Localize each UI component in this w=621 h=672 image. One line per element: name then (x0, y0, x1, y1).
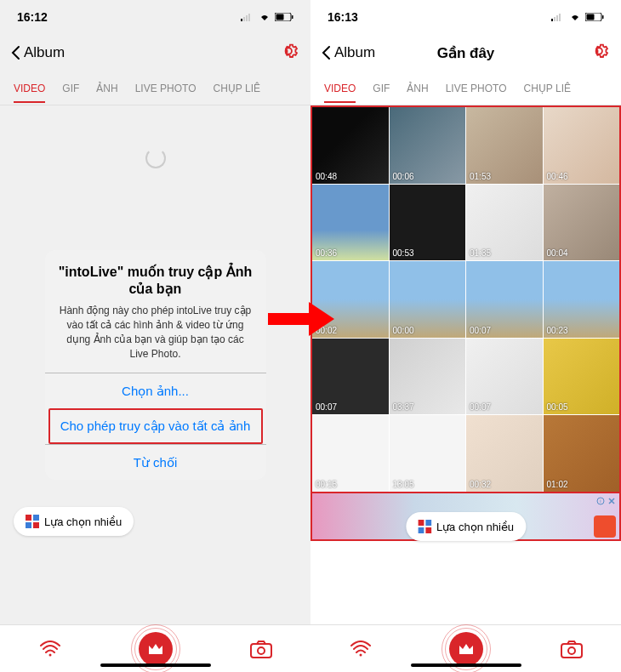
video-thumbnail[interactable]: 01:02 (544, 415, 620, 492)
status-indicators (241, 13, 293, 21)
video-thumbnail[interactable]: 00:04 (544, 185, 620, 261)
signal-icon (241, 13, 254, 21)
video-duration: 00:07 (470, 326, 491, 335)
video-thumbnail[interactable]: 00:07 (466, 261, 543, 338)
dialog-select-photos-button[interactable]: Chọn ảnh... (45, 373, 266, 408)
video-thumbnail[interactable]: 00:07 (466, 339, 543, 415)
svg-rect-24 (425, 520, 431, 526)
crown-icon (147, 642, 164, 656)
status-bar: 16:12 (0, 0, 310, 34)
tab-livephoto[interactable]: LIVE PHOTO (135, 74, 197, 103)
settings-button[interactable] (592, 42, 611, 64)
wifi-button[interactable] (350, 641, 372, 658)
arrow-annotation (268, 298, 336, 340)
multi-select-button[interactable]: Lựa chọn nhiều (14, 507, 134, 536)
gear-icon (592, 42, 611, 60)
video-thumbnail[interactable]: 00:46 (544, 107, 620, 184)
video-thumbnail[interactable]: 00:15 (312, 415, 389, 492)
video-thumbnail[interactable]: 00:32 (466, 415, 543, 492)
tab-burst[interactable]: CHỤP LIÊ (524, 74, 571, 103)
back-label: Album (24, 44, 65, 61)
video-duration: 00:23 (547, 326, 568, 335)
dialog-deny-button[interactable]: Từ chối (45, 444, 266, 480)
gear-icon (282, 42, 300, 60)
multi-select-button[interactable]: Lựa chọn nhiều (406, 512, 526, 541)
tab-image[interactable]: ẢNH (407, 74, 428, 103)
video-duration: 00:32 (470, 480, 491, 489)
tab-video[interactable]: VIDEO (324, 74, 356, 103)
premium-button[interactable] (139, 632, 173, 666)
nav-bar: Album (0, 34, 310, 71)
wifi-icon (350, 641, 372, 658)
back-button[interactable]: Album (321, 44, 375, 61)
video-duration: 00:53 (393, 248, 414, 258)
chevron-left-icon (10, 45, 20, 60)
settings-button[interactable] (282, 42, 300, 64)
svg-point-27 (359, 653, 362, 656)
status-time: 16:13 (328, 10, 358, 24)
tab-gif[interactable]: GIF (62, 74, 79, 103)
svg-rect-2 (246, 15, 248, 21)
svg-rect-30 (268, 313, 310, 325)
video-duration: 00:05 (547, 402, 568, 412)
multi-icon (26, 515, 39, 528)
screen-permission: 16:12 Album VIDEO GIF ẢNH LIVE PHOTO CHỤ… (0, 0, 310, 672)
video-thumbnail[interactable]: 00:07 (312, 339, 389, 415)
wifi-button[interactable] (39, 641, 61, 658)
svg-rect-23 (418, 520, 424, 526)
home-indicator[interactable] (411, 663, 521, 667)
video-thumbnail[interactable]: 00:48 (312, 107, 389, 184)
video-thumbnail[interactable]: 00:23 (544, 261, 620, 338)
svg-rect-5 (276, 14, 284, 20)
status-indicators (551, 13, 604, 21)
back-label: Album (334, 44, 375, 61)
video-thumbnail[interactable]: 00:53 (390, 185, 466, 261)
svg-point-11 (48, 653, 51, 656)
svg-rect-28 (561, 644, 582, 658)
tab-gif[interactable]: GIF (373, 74, 390, 103)
video-thumbnail[interactable]: 00:05 (544, 339, 620, 415)
dialog-allow-all-button[interactable]: Cho phép truy cập vào tất cả ảnh (48, 408, 263, 444)
close-icon (607, 497, 616, 505)
tab-video[interactable]: VIDEO (14, 74, 45, 103)
screen-gallery: 16:13 Album Gần đây VIDEO GIF ẢNH LIVE P… (310, 0, 621, 672)
tab-image[interactable]: ẢNH (96, 74, 117, 103)
media-tabs: VIDEO GIF ẢNH LIVE PHOTO CHỤP LIÊ (0, 71, 310, 105)
svg-rect-6 (292, 15, 293, 19)
svg-rect-1 (243, 17, 245, 21)
svg-rect-19 (587, 14, 595, 20)
video-duration: 00:36 (316, 248, 337, 258)
video-thumbnail[interactable]: 00:00 (390, 261, 466, 338)
video-duration: 00:46 (547, 172, 568, 181)
video-grid: 00:4800:0601:5300:4600:3600:5301:3500:04… (310, 105, 621, 493)
battery-icon (275, 13, 293, 21)
svg-rect-17 (559, 14, 561, 21)
home-indicator[interactable] (100, 663, 211, 667)
video-duration: 01:02 (547, 480, 568, 489)
svg-rect-25 (418, 527, 424, 533)
content-area: 00:4800:0601:5300:4600:3600:5301:3500:04… (310, 105, 621, 624)
dialog-title: "intoLive" muốn truy cập Ảnh của bạn (59, 264, 253, 299)
video-thumbnail[interactable]: 00:36 (312, 185, 389, 261)
video-thumbnail[interactable]: 01:53 (466, 107, 543, 184)
video-thumbnail[interactable]: 00:06 (390, 107, 466, 184)
video-thumbnail[interactable]: 13:05 (390, 415, 466, 492)
wifi-icon (39, 641, 61, 658)
status-bar: 16:13 (310, 0, 621, 34)
ad-label[interactable]: i (596, 497, 616, 505)
camera-button[interactable] (561, 640, 583, 658)
tab-livephoto[interactable]: LIVE PHOTO (446, 74, 507, 103)
video-duration: 00:04 (547, 248, 568, 258)
camera-icon (561, 640, 583, 658)
camera-button[interactable] (250, 640, 272, 658)
video-duration: 01:53 (470, 172, 491, 181)
camera-icon (250, 640, 272, 658)
video-thumbnail[interactable]: 03:37 (390, 339, 466, 415)
back-button[interactable]: Album (10, 44, 65, 61)
tab-burst[interactable]: CHỤP LIÊ (214, 74, 260, 103)
video-duration: 01:35 (470, 248, 491, 258)
premium-button[interactable] (449, 632, 483, 666)
video-thumbnail[interactable]: 01:35 (466, 185, 543, 261)
svg-rect-9 (26, 522, 31, 528)
svg-rect-16 (556, 15, 558, 21)
